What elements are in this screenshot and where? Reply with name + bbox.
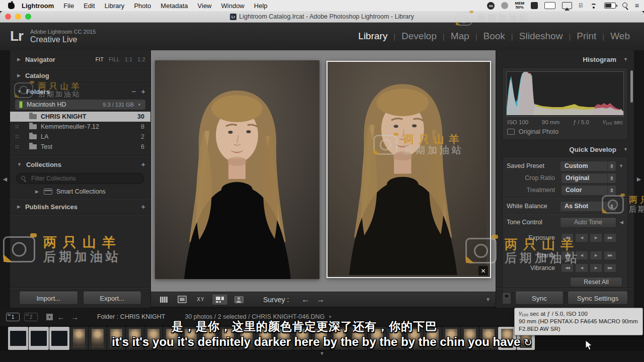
bluetooth-icon[interactable]: Ƀ: [579, 2, 583, 9]
quick-develop-header[interactable]: Quick Develop ▼: [496, 143, 634, 155]
bottom-panel-collapse-strip[interactable]: ▼: [0, 351, 644, 362]
module-web[interactable]: Web: [604, 31, 636, 42]
export-button[interactable]: Export...: [83, 292, 142, 305]
collapse-bottom-icon[interactable]: ▼: [320, 351, 325, 356]
wifi-icon[interactable]: [590, 3, 598, 9]
loupe-view-button[interactable]: [175, 294, 190, 305]
module-library[interactable]: Library: [352, 31, 393, 42]
menu-app-name[interactable]: Lightroom: [22, 2, 54, 10]
zoom-fill[interactable]: FILL: [109, 57, 120, 62]
quick-develop-collapse-icon[interactable]: ▼: [623, 147, 628, 152]
next-photo-button[interactable]: →: [316, 295, 325, 304]
filter-collections-field[interactable]: [16, 173, 144, 184]
people-view-button[interactable]: [231, 294, 247, 305]
filter-collections-input[interactable]: [30, 174, 139, 183]
menu-metadata[interactable]: Metadata: [160, 2, 188, 10]
white-balance-dropdown[interactable]: As Shot: [560, 201, 616, 212]
vibrance-large-decrease-button[interactable]: ◀◀: [561, 263, 574, 273]
add-folder-icon[interactable]: +: [141, 88, 145, 95]
survey-view-area[interactable]: ✕: [151, 50, 496, 292]
clarity-large-increase-button[interactable]: ▶▶: [604, 251, 616, 260]
menu-library[interactable]: Library: [105, 2, 125, 10]
grid-view-button[interactable]: [156, 294, 171, 305]
sync-settings-button[interactable]: Sync Settings: [568, 292, 628, 305]
folder-row-test[interactable]: Test 6: [10, 142, 150, 152]
sync-button[interactable]: Sync: [515, 292, 564, 305]
collapse-left-icon[interactable]: ◀: [3, 176, 7, 183]
window-title-bar[interactable]: Lr Lightroom Catalog.lrcat - Adobe Photo…: [0, 11, 644, 23]
menubar-dark-app-icon[interactable]: [531, 2, 538, 9]
folder-row-kemmetmeuller[interactable]: Kemmetmeuller-7.12 8: [10, 122, 150, 132]
stepper-updown-icon[interactable]: [607, 186, 616, 195]
toolbar-options-icon[interactable]: ▼: [486, 297, 491, 302]
stepper-updown-icon[interactable]: [607, 161, 616, 171]
survey-view-button[interactable]: [212, 294, 228, 305]
menu-photo[interactable]: Photo: [134, 2, 151, 10]
menu-edit[interactable]: Edit: [84, 2, 95, 10]
smart-collections-row[interactable]: ▶ Smart Collections: [10, 187, 150, 197]
collapse-right-icon[interactable]: ▶: [637, 176, 641, 183]
menubar-light-app-icon[interactable]: [544, 2, 555, 9]
stepper-updown-icon[interactable]: [607, 173, 616, 183]
navigator-header[interactable]: ▶ Navigator FIT FILL 1:1 1:2: [10, 53, 150, 65]
original-photo-row[interactable]: Original Photo: [506, 126, 624, 136]
exposure-large-decrease-button[interactable]: ◀◀: [561, 233, 574, 242]
menu-view[interactable]: View: [198, 2, 212, 10]
memory-indicator[interactable]: MEM50%: [515, 2, 524, 10]
vibrance-increase-button[interactable]: ▶: [590, 263, 602, 273]
navigator-expander-icon[interactable]: ▶: [17, 57, 21, 62]
catalog-header[interactable]: ▶ Catalog: [10, 69, 150, 81]
stepper-updown-icon[interactable]: [607, 202, 616, 211]
auto-sync-toggle[interactable]: [502, 292, 511, 304]
deselect-photo-button[interactable]: ✕: [478, 266, 488, 276]
clarity-decrease-button[interactable]: ◀: [575, 251, 588, 260]
saved-preset-dropdown[interactable]: Custom: [560, 161, 616, 171]
folders-expander-icon[interactable]: ▼: [17, 89, 22, 94]
add-collection-icon[interactable]: +: [141, 161, 145, 167]
module-book[interactable]: Book: [477, 31, 511, 42]
catalog-expander-icon[interactable]: ▶: [17, 73, 21, 78]
module-slideshow[interactable]: Slideshow: [513, 31, 569, 42]
publish-expander-icon[interactable]: ▶: [17, 204, 21, 209]
treatment-dropdown[interactable]: Color: [561, 185, 616, 196]
exposure-large-increase-button[interactable]: ▶▶: [604, 233, 616, 242]
survey-photo-1[interactable]: [155, 60, 319, 279]
tone-section-collapse-icon[interactable]: ◀: [616, 220, 623, 225]
volume-collapse-icon[interactable]: ▼: [137, 103, 141, 107]
menu-file[interactable]: File: [63, 2, 74, 10]
zoom-fit[interactable]: FIT: [96, 57, 104, 62]
exposure-increase-button[interactable]: ▶: [590, 233, 602, 242]
folders-header[interactable]: ▼ Folders − +: [10, 85, 150, 98]
menubar-app-icon[interactable]: [501, 2, 508, 9]
folder-row-la[interactable]: LA 2: [10, 132, 150, 142]
previous-photo-button[interactable]: ←: [301, 295, 309, 304]
import-button[interactable]: Import...: [19, 292, 78, 305]
survey-photo-2-selected[interactable]: ✕: [327, 61, 491, 278]
clarity-large-decrease-button[interactable]: ◀◀: [561, 251, 574, 260]
panel-scrollbar[interactable]: [630, 70, 633, 103]
airplay-icon[interactable]: [562, 2, 572, 9]
smart-collections-expander-icon[interactable]: ▶: [35, 189, 39, 194]
publish-services-header[interactable]: ▶ Publish Services +: [10, 201, 150, 213]
apple-menu-icon[interactable]: [8, 3, 15, 9]
auto-tone-button[interactable]: Auto Tone: [560, 217, 616, 228]
vibrance-large-increase-button[interactable]: ▶▶: [604, 263, 616, 273]
menu-window[interactable]: Window: [221, 2, 245, 10]
compare-view-button[interactable]: XY: [193, 294, 208, 305]
battery-icon[interactable]: [604, 3, 616, 9]
spotlight-search-icon[interactable]: [622, 3, 628, 9]
zoom-1-1[interactable]: 1:1: [125, 57, 132, 62]
menu-help[interactable]: Help: [254, 2, 268, 10]
crop-ratio-dropdown[interactable]: Original: [561, 173, 616, 184]
zoom-1-2[interactable]: 1:2: [138, 57, 145, 62]
creative-cloud-icon[interactable]: cc: [487, 2, 495, 10]
collections-header[interactable]: ▼ Collections +: [10, 158, 150, 170]
left-panel-collapse-rail[interactable]: ◀: [0, 50, 10, 308]
module-develop[interactable]: Develop: [395, 31, 443, 42]
saved-preset-section-collapse-icon[interactable]: ▼: [616, 163, 623, 168]
collections-expander-icon[interactable]: ▼: [17, 162, 22, 167]
exposure-decrease-button[interactable]: ◀: [575, 233, 588, 242]
folder-row-chris-knight[interactable]: CHRIS KNIGHT 30: [10, 112, 150, 122]
histogram-header[interactable]: Histogram ▼: [496, 53, 634, 65]
volume-browser[interactable]: Macintosh HD 9.3 / 131 GB ▼: [15, 100, 145, 110]
